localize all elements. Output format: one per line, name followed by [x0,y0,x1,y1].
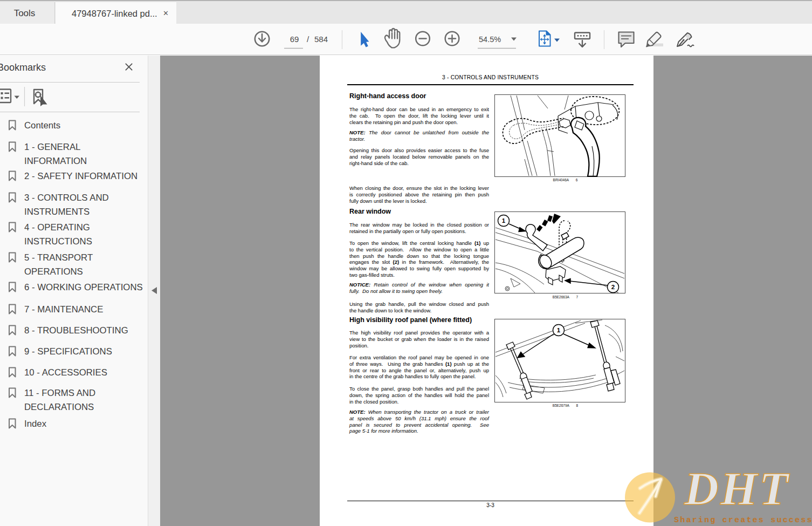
svg-text:1: 1 [502,217,506,224]
svg-text:2: 2 [611,284,615,290]
svg-text:69: 69 [290,35,299,44]
svg-text:DHT: DHT [684,462,790,515]
svg-text:1: 1 [557,327,561,333]
svg-text:Sharing creates success: Sharing creates success [674,516,812,524]
svg-text:/: / [307,35,309,44]
svg-text:584: 584 [314,35,328,44]
svg-text:54.5%: 54.5% [479,35,501,44]
